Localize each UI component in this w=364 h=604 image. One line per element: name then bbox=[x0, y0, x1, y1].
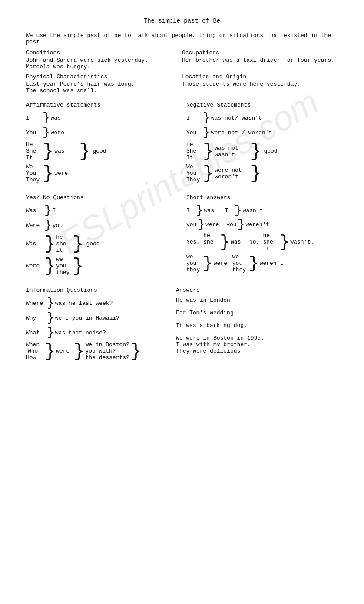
short-answers-col: Short answers I } was I } wasn't you } w… bbox=[186, 194, 338, 278]
occupations-col: Occupations Her brother was a taxi drive… bbox=[182, 50, 338, 70]
affirmative-negative-section: Affirmative statements I } was You } wer… bbox=[26, 102, 338, 186]
aff-row-you: You } were bbox=[26, 127, 178, 139]
sa-pos-you: you } were bbox=[186, 218, 223, 230]
sa-subj-you-neg: you bbox=[226, 221, 236, 228]
subj-they-q: they bbox=[56, 269, 72, 276]
subj-you3-q: you bbox=[56, 263, 72, 269]
conditions-ex1: John and Sandra were sick yesterday. bbox=[26, 57, 182, 63]
location-col: Location and Origin Those students were … bbox=[182, 73, 338, 94]
subj-he-q: he bbox=[56, 234, 72, 240]
subj-you2-aff: You bbox=[26, 170, 42, 177]
neg-row-heshit: He She It } was not wasn't } good bbox=[186, 141, 338, 161]
sa-subj-he-pos: he bbox=[203, 232, 219, 239]
answer-4: We were in Boston in 1995. I was with my… bbox=[176, 335, 338, 354]
subj-you-aff: You bbox=[26, 130, 42, 136]
aff-row-weythey: We You They } were bbox=[26, 164, 178, 183]
subj-it-neg: It bbox=[186, 154, 202, 161]
iq-item-boston: we in Boston? bbox=[85, 341, 129, 348]
verb-were-2: were bbox=[54, 170, 78, 177]
conditions-col: Conditions John and Sandra were sick yes… bbox=[26, 50, 182, 70]
negative-title: Negative Statements bbox=[186, 102, 338, 108]
sa-row-you: you } were you } weren't bbox=[186, 218, 338, 230]
physical-ex2: The school was small. bbox=[26, 87, 182, 94]
verb-were-1: were bbox=[51, 130, 75, 136]
iq-item-desserts: the desserts? bbox=[85, 354, 129, 361]
subj-he-neg: He bbox=[186, 141, 202, 148]
top-categories: Conditions John and Sandra were sick yes… bbox=[26, 50, 338, 70]
wh-where: Where bbox=[26, 300, 46, 307]
sa-verb-was-2: was bbox=[231, 239, 246, 245]
iq-row-what: What } was that noise? bbox=[26, 327, 159, 339]
aux-was-1: Was bbox=[26, 207, 43, 214]
subj-you2-neg: You bbox=[186, 170, 202, 177]
occupations-ex1: Her brother was a taxi driver for four y… bbox=[182, 57, 338, 63]
wh-why: Why bbox=[26, 315, 46, 321]
bottom-categories: Physical Characteristics Last year Pedro… bbox=[26, 73, 338, 94]
sa-subj-she-neg: she bbox=[263, 239, 278, 245]
verb-werenot-2: were not bbox=[215, 167, 249, 174]
sa-subj-I-pos: I bbox=[186, 207, 195, 214]
sa-verb-werent-2: weren't bbox=[260, 260, 286, 267]
yesno-title: Yes/ No Questions bbox=[26, 194, 178, 201]
subj-she-aff: She bbox=[26, 148, 42, 154]
aux-were-1: Were bbox=[26, 222, 43, 229]
sa-neg-I: I } wasn't bbox=[225, 204, 269, 217]
neg-row-I: I } was not/ wasn't bbox=[186, 112, 338, 124]
verb-werent-2: weren't bbox=[215, 174, 249, 180]
sa-pos-heshit: he she it } was bbox=[203, 232, 246, 252]
iq-item-with: you with? bbox=[85, 348, 129, 354]
complement-good-1: good bbox=[93, 148, 106, 154]
sa-verb-was-1: was bbox=[204, 207, 222, 214]
neg-row-weythey: We You They } were not weren't } bbox=[186, 164, 338, 183]
sa-subj-it-neg: it bbox=[263, 245, 278, 252]
yesno-row-was-I: Was } I bbox=[26, 204, 178, 217]
sa-neg-weythey: we you they } weren't bbox=[232, 254, 286, 273]
negative-col: Negative Statements I } was not/ wasn't … bbox=[186, 102, 338, 186]
subj-we-aff: We bbox=[26, 164, 42, 170]
iq-row-when-who-how: When Who How } were } we in Boston? you … bbox=[26, 341, 159, 361]
wh-how: How bbox=[26, 354, 43, 361]
info-questions-col: Information Questions Where } was he las… bbox=[26, 287, 159, 361]
sa-pos-I: I } was bbox=[186, 204, 222, 217]
sa-pos-weythey: we you they } were bbox=[186, 254, 229, 273]
subj-she-q: she bbox=[56, 240, 72, 247]
yes-label: Yes, bbox=[186, 239, 200, 245]
occupations-label: Occupations bbox=[182, 50, 338, 56]
intro-text: We use the simple past of be to talk abo… bbox=[26, 32, 338, 45]
physical-col: Physical Characteristics Last year Pedro… bbox=[26, 73, 182, 94]
sa-verb-wasnt-1: wasn't bbox=[243, 207, 269, 214]
sa-subj-we-neg: we bbox=[232, 254, 248, 260]
sa-verb-werent-1: weren't bbox=[245, 221, 271, 228]
yesno-row-was-heshit: Was } he she it } good bbox=[26, 234, 178, 254]
aff-row-heshit: He She It } was } good bbox=[26, 141, 178, 161]
verb-wasnot-1: was not/ wasn't bbox=[211, 115, 268, 121]
sa-verb-wasnt-2: wasn't. bbox=[290, 239, 316, 245]
complement-good-3: good bbox=[86, 240, 99, 247]
answer-1: He was in London. bbox=[176, 297, 338, 304]
sa-subj-they-pos: they bbox=[186, 267, 202, 273]
sa-row-heshit: Yes, he she it } was No, he she it } was… bbox=[186, 232, 338, 252]
subj-I-aff: I bbox=[26, 115, 42, 121]
subj-he-aff: He bbox=[26, 141, 42, 148]
subj-we-q: we bbox=[56, 256, 72, 263]
info-section: Information Questions Where } was he las… bbox=[26, 287, 338, 361]
physical-ex1: Last year Pedro's hair was long. bbox=[26, 81, 182, 87]
subj-I-neg: I bbox=[186, 115, 202, 121]
subj-it-q: it bbox=[56, 247, 72, 254]
sa-subj-you-pos: you bbox=[186, 221, 196, 228]
yesno-col: Yes/ No Questions Was } I Were } you Was… bbox=[26, 194, 178, 278]
iq-row-where: Where } was he last week? bbox=[26, 297, 159, 309]
aff-row-I: I } was bbox=[26, 112, 178, 124]
sa-subj-I-neg: I bbox=[225, 207, 234, 214]
location-label: Location and Origin bbox=[182, 73, 338, 80]
subj-it-aff: It bbox=[26, 154, 42, 161]
aux-was-2: Was bbox=[26, 240, 43, 247]
answer-4c: They were delicious! bbox=[176, 348, 338, 354]
sa-subj-you4-pos: you bbox=[186, 260, 202, 267]
iq-row-why: Why } were you in Hawaii? bbox=[26, 312, 159, 324]
physical-label: Physical Characteristics bbox=[26, 73, 182, 80]
iq-were-verb: were bbox=[56, 348, 73, 354]
sa-subj-they-neg: they bbox=[232, 267, 248, 273]
aux-were-2: Were bbox=[26, 263, 43, 269]
affirmative-col: Affirmative statements I } was You } wer… bbox=[26, 102, 178, 186]
